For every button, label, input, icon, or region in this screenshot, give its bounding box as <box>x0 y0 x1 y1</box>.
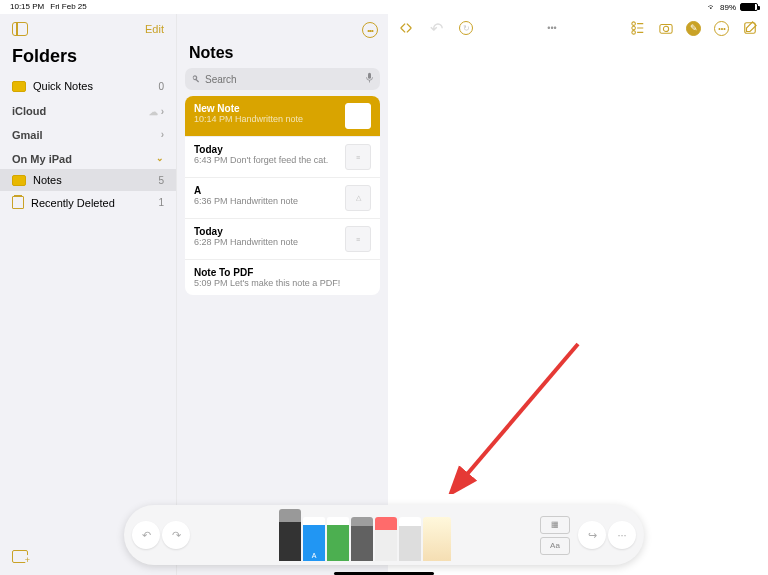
note-thumb <box>345 103 371 129</box>
undo-button[interactable]: ↶ <box>132 521 160 549</box>
account-label: Gmail <box>12 129 43 141</box>
cloud-icon: ☁︎ <box>149 107 158 117</box>
account-ipad[interactable]: On My iPad ⌄ <box>0 145 176 169</box>
svg-rect-0 <box>368 73 371 79</box>
account-label: iCloud <box>12 105 46 117</box>
note-thumb: ≡ <box>345 144 371 170</box>
redo-button[interactable]: ↷ <box>162 521 190 549</box>
mic-icon[interactable] <box>365 70 374 88</box>
note-title: Note To PDF <box>194 267 371 278</box>
more-button[interactable]: ··· <box>608 521 636 549</box>
note-title: New Note <box>194 103 338 114</box>
list-options-button[interactable]: ••• <box>362 22 378 38</box>
chevron-right-icon: › <box>161 129 164 141</box>
folders-title: Folders <box>0 44 176 75</box>
chevron-right-icon: › <box>161 106 164 117</box>
folders-sidebar: Edit Folders Quick Notes 0 iCloud ☁︎ › G… <box>0 14 176 575</box>
battery-pct: 89% <box>720 3 736 12</box>
redo-icon[interactable]: ↻ <box>458 20 474 36</box>
trash-icon <box>12 196 24 209</box>
marker-green-tool[interactable] <box>327 517 349 561</box>
svg-point-3 <box>632 31 636 35</box>
folder-label: Notes <box>33 174 62 186</box>
search-icon <box>191 74 201 84</box>
note-item[interactable]: Today 6:28 PM Handwritten note ≡ <box>185 219 380 260</box>
eraser-tool[interactable] <box>375 517 397 561</box>
pencil-tool[interactable] <box>351 517 373 561</box>
svg-point-2 <box>632 26 636 30</box>
note-thumb: ≡ <box>345 226 371 252</box>
note-subtitle: 10:14 PM Handwritten note <box>194 114 338 124</box>
note-editor[interactable]: ↶ ↻ ••• ✎ ••• <box>388 14 768 575</box>
markup-icon[interactable]: ✎ <box>686 20 702 36</box>
wifi-icon: ᯤ <box>708 3 716 12</box>
note-item[interactable]: Today 6:43 PM Don't forget feed the cat.… <box>185 137 380 178</box>
note-thumb: △ <box>345 185 371 211</box>
more-circle-icon[interactable]: ••• <box>714 20 730 36</box>
annotation-arrow <box>448 334 588 498</box>
note-subtitle: 6:36 PM Handwritten note <box>194 196 338 206</box>
account-gmail[interactable]: Gmail › <box>0 121 176 145</box>
edit-button[interactable]: Edit <box>145 23 164 35</box>
folder-count: 0 <box>158 81 164 92</box>
text-button[interactable]: Aa <box>540 537 570 555</box>
folder-icon <box>12 175 26 186</box>
drawing-toolbar: ↶ ↷ A ▦ Aa ↪ ··· <box>124 505 644 565</box>
quick-notes-row[interactable]: Quick Notes 0 <box>0 75 176 97</box>
account-icloud[interactable]: iCloud ☁︎ › <box>0 97 176 121</box>
note-title: A <box>194 185 338 196</box>
account-label: On My iPad <box>12 153 72 165</box>
note-item[interactable]: Note To PDF 5:09 PM Let's make this note… <box>185 260 380 295</box>
notes-title: Notes <box>177 44 388 68</box>
pen-tool[interactable] <box>279 509 301 561</box>
folder-icon <box>12 81 26 92</box>
note-subtitle: 5:09 PM Let's make this note a PDF! <box>194 278 371 288</box>
chevron-down-icon: ⌄ <box>156 153 164 165</box>
search-field[interactable] <box>185 68 380 90</box>
svg-point-5 <box>663 26 668 31</box>
notes-list-column: ••• Notes New Note 10:14 PM Handwritten … <box>176 14 388 575</box>
search-input[interactable] <box>205 74 361 85</box>
folder-count: 1 <box>158 197 164 208</box>
battery-icon <box>740 3 758 11</box>
folder-recently-deleted[interactable]: Recently Deleted 1 <box>0 191 176 214</box>
send-button[interactable]: ↪ <box>578 521 606 549</box>
checklist-icon[interactable] <box>630 20 646 36</box>
camera-icon[interactable] <box>658 20 674 36</box>
undo-icon[interactable]: ↶ <box>428 20 444 36</box>
more-dots-icon[interactable]: ••• <box>547 23 556 33</box>
compose-icon[interactable] <box>742 20 758 36</box>
marker-blue-tool[interactable]: A <box>303 517 325 561</box>
svg-point-1 <box>632 22 636 26</box>
grid-button[interactable]: ▦ <box>540 516 570 534</box>
folder-label: Recently Deleted <box>31 197 115 209</box>
lasso-tool[interactable] <box>399 517 421 561</box>
note-subtitle: 6:43 PM Don't forget feed the cat. <box>194 155 338 165</box>
note-title: Today <box>194 226 338 237</box>
note-title: Today <box>194 144 338 155</box>
status-time: 10:15 PM <box>10 2 44 12</box>
new-folder-button[interactable] <box>12 550 28 563</box>
note-subtitle: 6:28 PM Handwritten note <box>194 237 338 247</box>
status-date: Fri Feb 25 <box>50 2 86 12</box>
note-item[interactable]: A 6:36 PM Handwritten note △ <box>185 178 380 219</box>
folder-label: Quick Notes <box>33 80 93 92</box>
editor-toolbar: ↶ ↻ ••• ✎ ••• <box>388 14 768 42</box>
folder-count: 5 <box>158 175 164 186</box>
notes-list: New Note 10:14 PM Handwritten note Today… <box>185 96 380 295</box>
folder-notes[interactable]: Notes 5 <box>0 169 176 191</box>
sidebar-toggle-icon[interactable] <box>12 22 28 36</box>
drawing-tools: A <box>200 509 530 561</box>
note-item[interactable]: New Note 10:14 PM Handwritten note <box>185 96 380 137</box>
status-bar: 10:15 PM Fri Feb 25 ᯤ 89% <box>0 0 768 14</box>
expand-icon[interactable] <box>398 20 414 36</box>
ruler-tool[interactable] <box>423 517 451 561</box>
